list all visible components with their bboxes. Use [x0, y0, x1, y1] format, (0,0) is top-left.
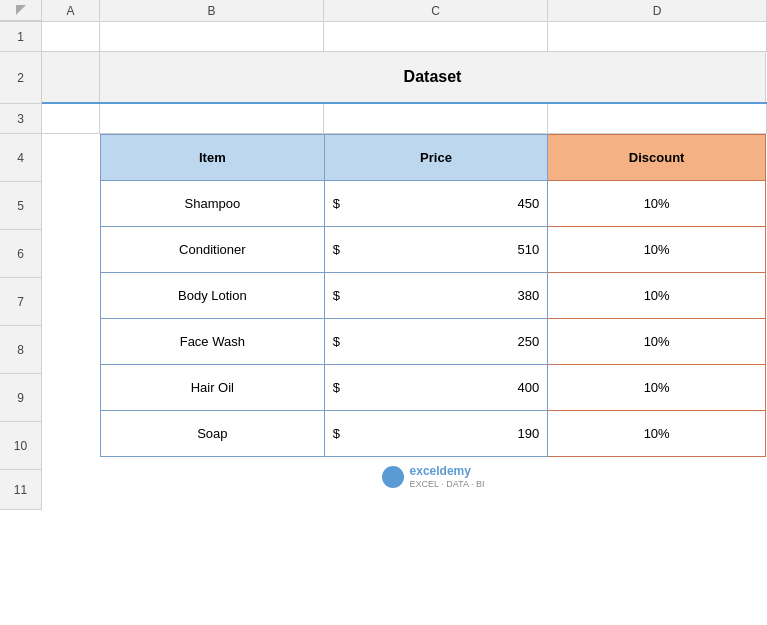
header-price: Price [324, 135, 548, 181]
row-num-6: 6 [0, 230, 42, 278]
col-header-c: C [324, 0, 548, 21]
col-header-a: A [42, 0, 100, 21]
cell-1c [324, 22, 548, 51]
price-value: 400 [340, 380, 539, 395]
col-header-b: B [100, 0, 324, 21]
table-header-row: Item Price Discount [101, 135, 766, 181]
cell-discount: 10% [548, 365, 766, 411]
watermark-sub: EXCEL · DATA · BI [410, 479, 485, 490]
cell-discount: 10% [548, 273, 766, 319]
grid-row-2: Dataset [42, 52, 767, 104]
row-num-4: 4 [0, 134, 42, 182]
col-header-d: D [548, 0, 767, 21]
cell-discount: 10% [548, 181, 766, 227]
grid-row-1 [42, 22, 767, 52]
price-value: 250 [340, 334, 539, 349]
price-value: 450 [340, 196, 539, 211]
price-dollar: $ [333, 288, 340, 303]
row-num-2: 2 [0, 52, 42, 104]
watermark-container: exceldemy EXCEL · DATA · BI [100, 457, 766, 497]
cell-table-a [42, 134, 100, 457]
cell-3d [548, 104, 767, 133]
row-num-8: 8 [0, 326, 42, 374]
price-dollar: $ [333, 334, 340, 349]
table-body: Shampoo$45010%Conditioner$51010%Body Lot… [101, 181, 766, 457]
cell-2a [42, 52, 100, 102]
table-row: Hair Oil$40010% [101, 365, 766, 411]
price-value: 190 [340, 426, 539, 441]
cell-price: $380 [324, 273, 548, 319]
price-value: 380 [340, 288, 539, 303]
table-row: Shampoo$45010% [101, 181, 766, 227]
price-wrapper: $510 [333, 242, 540, 257]
row-num-9: 9 [0, 374, 42, 422]
watermark-text: exceldemy EXCEL · DATA · BI [410, 464, 485, 489]
price-dollar: $ [333, 380, 340, 395]
svg-marker-0 [16, 5, 26, 15]
dataset-merged-cell: Dataset [100, 52, 766, 102]
dataset-title: Dataset [100, 68, 765, 86]
row-num-7: 7 [0, 278, 42, 326]
cell-item: Hair Oil [101, 365, 325, 411]
cell-discount: 10% [548, 411, 766, 457]
grid-row-3 [42, 104, 767, 134]
cell-11a [42, 457, 100, 497]
cell-price: $510 [324, 227, 548, 273]
spreadsheet: A B C D 1 2 3 4 5 6 7 8 9 10 11 [0, 0, 767, 625]
price-dollar: $ [333, 242, 340, 257]
price-wrapper: $400 [333, 380, 540, 395]
data-section: Item Price Discount Shampoo$45010%Condit… [42, 134, 767, 457]
row-num-10: 10 [0, 422, 42, 470]
column-headers: A B C D [0, 0, 767, 22]
cell-1b [100, 22, 324, 51]
cell-item: Shampoo [101, 181, 325, 227]
cell-3a [42, 104, 100, 133]
watermark-main: exceldemy [410, 464, 485, 478]
price-wrapper: $450 [333, 196, 540, 211]
cell-price: $450 [324, 181, 548, 227]
table-row: Soap$19010% [101, 411, 766, 457]
cell-item: Body Lotion [101, 273, 325, 319]
cell-discount: 10% [548, 319, 766, 365]
price-value: 510 [340, 242, 539, 257]
table-row: Conditioner$51010% [101, 227, 766, 273]
table-row: Body Lotion$38010% [101, 273, 766, 319]
header-discount: Discount [548, 135, 766, 181]
cell-3b [100, 104, 324, 133]
price-dollar: $ [333, 426, 340, 441]
row-num-11: 11 [0, 470, 42, 510]
row-numbers: 1 2 3 4 5 6 7 8 9 10 11 [0, 22, 42, 625]
header-item: Item [101, 135, 325, 181]
watermark-logo [382, 466, 404, 488]
cell-item: Soap [101, 411, 325, 457]
table-container: Item Price Discount Shampoo$45010%Condit… [100, 134, 766, 457]
row-num-3: 3 [0, 104, 42, 134]
price-wrapper: $380 [333, 288, 540, 303]
row-num-5: 5 [0, 182, 42, 230]
rows-area: Dataset Item [42, 22, 767, 625]
table-row: Face Wash$25010% [101, 319, 766, 365]
price-dollar: $ [333, 196, 340, 211]
cell-item: Conditioner [101, 227, 325, 273]
cell-discount: 10% [548, 227, 766, 273]
table-wrapper-row: Item Price Discount Shampoo$45010%Condit… [42, 134, 767, 457]
cell-1a [42, 22, 100, 51]
corner-cell [0, 0, 42, 21]
price-wrapper: $250 [333, 334, 540, 349]
grid-row-11: exceldemy EXCEL · DATA · BI [42, 457, 767, 497]
row-num-1: 1 [0, 22, 42, 52]
cell-price: $190 [324, 411, 548, 457]
cell-price: $250 [324, 319, 548, 365]
cell-item: Face Wash [101, 319, 325, 365]
data-table: Item Price Discount Shampoo$45010%Condit… [100, 134, 766, 457]
cell-price: $400 [324, 365, 548, 411]
cell-1d [548, 22, 767, 51]
cell-3c [324, 104, 548, 133]
grid-body: 1 2 3 4 5 6 7 8 9 10 11 [0, 22, 767, 625]
price-wrapper: $190 [333, 426, 540, 441]
